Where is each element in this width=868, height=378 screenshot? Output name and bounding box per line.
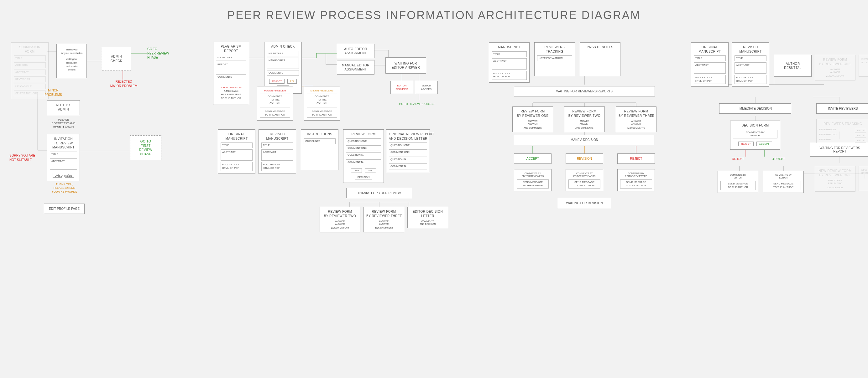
revision-send-message-button[interactable]: SEND MESSAGE TO THE AUTHOR xyxy=(568,180,600,189)
review-one-button[interactable]: ONE xyxy=(351,168,362,173)
instructions-box: INSTRUCTIONS GUIDELINES xyxy=(301,129,338,170)
editor-decision-letter-box: EDITOR DECISION LETTER COMMENTS AND DECI… xyxy=(407,207,448,228)
make-decision-bar: MAKE A DECISION xyxy=(514,135,655,145)
goto-peer-review-label: GO TO PEER REVIEW PHASE xyxy=(147,47,176,60)
goto-first-review-dashed: GO TO FIRST REVIEW PHASE xyxy=(130,135,161,160)
immediate-decision-bar: IMMEDIATE DECISION xyxy=(719,103,791,114)
comments-editor-reject-box: COMMENTS BY EDITOR SEND MESSAGE TO THE A… xyxy=(718,171,758,193)
invite-r2-button[interactable]: INVITE xyxy=(855,134,866,137)
minor-problems-box: MINOR PROBLEMS COMMENTS TO THE AUTHOR SE… xyxy=(304,86,340,121)
admin-reject-button[interactable]: REJECT xyxy=(269,79,284,84)
minor-send-message-button[interactable]: SEND MESSAGE TO THE AUTHOR xyxy=(307,109,337,118)
manual-editor-box: MANUAL EDITOR ASSIGNMENT xyxy=(337,60,374,74)
review-form-r2-box: REVIEW FORM BY REVIEWER TWO ANSWER ANSWE… xyxy=(320,207,360,232)
waiting-reports-bar: WAITING FOR REVIEWERS REPORTS xyxy=(514,86,655,96)
new-rf1-box: NEW REVIEW FORM BY REVIEWER ONE REPLAY O… xyxy=(815,166,856,192)
reviewers-tracking-box: REVIEWERS TRACKING NOTE FOR AUTHOR xyxy=(534,42,575,76)
comments-er-reject-box: COMMENTS BY EDITOR/REVIEWERS SEND MESSAG… xyxy=(617,169,655,191)
accept-label: ACCEPT xyxy=(769,157,788,162)
accept-send-message-button[interactable]: SEND MESSAGE TO THE AUTHOR xyxy=(517,180,549,189)
reject-label: REJECT xyxy=(728,157,747,162)
comments-editor-accept-box: COMMENTS BY EDITOR SEND MESSAGE TO THE A… xyxy=(763,171,804,193)
original-review-report-box: ORIGINAL REVIEW REPORT AND DECISION LETT… xyxy=(386,129,430,172)
review-two-button[interactable]: TWO xyxy=(365,168,376,173)
author-rebuttal-box: AUTHOR REBUTTAL xyxy=(774,55,812,77)
editor-declined-box: EDITOR DECLINED xyxy=(391,81,413,94)
waiting-reports2-bar: WAITING FOR REVIEWERS REPORT xyxy=(810,143,868,157)
rejected-major-label: REJECTEDMAJOR PROBLEM xyxy=(108,80,140,88)
invite-reviewers-bar: INVITE REVIEWERS xyxy=(816,103,868,114)
review-r2-faint-box: REVIEW FORM BY REVIEWER TWO xyxy=(859,55,868,77)
comments-er-accept-box: COMMENTS BY EDITOR/REVIEWERS SEND MESSAG… xyxy=(514,169,552,191)
waiting-revision-bar: WAITING FOR REVISION xyxy=(558,198,611,208)
unsuitable-label: UNSUITABLE xyxy=(49,174,78,178)
auto-editor-box: AUTO EDITOR ASSIGNMENT xyxy=(337,44,374,58)
revised-manuscript-box: REVISED MANUSCRIPT TITLE ABSTRACT FULL A… xyxy=(258,129,296,174)
decision-accept-button[interactable]: ACCEPT xyxy=(756,141,772,146)
private-notes-box: PRIVATE NOTES xyxy=(580,42,620,76)
major-send-message-button[interactable]: SEND MESSAGE TO THE AUTHOR xyxy=(260,109,290,118)
review-decision-button[interactable]: DECISION xyxy=(355,175,373,180)
admin-fix-button[interactable]: FIX xyxy=(287,79,297,84)
invite-r1-button[interactable]: INVITE xyxy=(855,129,866,132)
comments-er-revision-box: COMMENTS BY EDITOR/REVIEWERS SEND MESSAG… xyxy=(566,169,603,191)
reject-box[interactable]: REJECT xyxy=(617,153,655,164)
review-form-r3-box: REVIEW FORM BY REVIEWER THREE ANSWER ANS… xyxy=(364,207,404,232)
original-manuscript-box: ORIGINAL MANUSCRIPT TITLE ABSTRACT FULL … xyxy=(218,129,255,174)
diagram-title: PEER REVIEW PROCESS INFORMATION ARCHITEC… xyxy=(0,9,868,22)
review-form-box: REVIEW FORM QUESTION ONE COMMENT ONE QUE… xyxy=(343,129,384,183)
thank-you-submission-box: Thank you for your submission waiting fo… xyxy=(56,44,87,78)
rf3-box: REVIEW FORM BY REVIEWER THREE ANSWER ANS… xyxy=(616,106,656,132)
goto-review-process-label: GO TO REVIEW PROCESS xyxy=(392,102,442,106)
edit-profile-page-box: EDIT PROFILE PAGE xyxy=(44,203,85,214)
reject-send-message-button[interactable]: SEND MESSAGE TO THE AUTHOR xyxy=(620,180,652,189)
rf1-box: REVIEW FORM BY REVIEWER ONE ANSWER ANSWE… xyxy=(512,106,553,132)
original-manuscript-right-box: ORIGINAL MANUSCRIPT TITLE ABSTRACT FULL … xyxy=(691,42,728,87)
review-r1-faint-box: REVIEW FORM BY REVIEWER ONE ANSWER ANSWE… xyxy=(815,55,856,81)
job-plagiarized-box: JOB PLAGIARIZED A MESSAGE HAS BEEN SENT … xyxy=(213,83,249,105)
minor-problems-label: MINOR PROBLEMS xyxy=(42,88,64,97)
editor-accept-send-button[interactable]: SEND MESSAGE TO THE AUTHOR xyxy=(766,181,801,190)
editor-agreed-box: EDITOR AGREED xyxy=(415,81,438,94)
waiting-editor-box: WAITING FOR EDITOR ANSWER xyxy=(385,57,426,73)
decision-form-box: DECISION FORM COMMENTS BY EDITOR REJECT … xyxy=(730,121,780,150)
major-problem-box: MAJOR PROBLEM COMMENTS TO THE AUTHOR SEN… xyxy=(257,86,293,121)
thanks-review-bar: THANKS FOR YOUR REVIEW xyxy=(346,188,412,198)
amend-keywords-label: THANK YOU, PLEASE AMEND YOUR KEYWORDS xyxy=(50,182,79,193)
note-by-admin-box: NOTE BY ADMIN xyxy=(47,100,80,115)
revised-manuscript-right-box: REVISED MANUSCRIPT TITLE ABSTRACT FULL A… xyxy=(732,42,769,87)
accept-box[interactable]: ACCEPT xyxy=(514,153,552,164)
please-correct-label: PLEASE CORRECT IT AND SEND IT AGAIN xyxy=(47,118,80,129)
invite-r3-button[interactable]: INVITE xyxy=(855,139,866,143)
manuscript-box: MANUSCRIPT TITLE ABSTRACT FULL ARTICLE H… xyxy=(489,42,530,83)
new-rf2-box: NEW REVIEW FORM BY REVIEWER TWO xyxy=(859,166,868,191)
revision-box[interactable]: REVISION xyxy=(566,153,603,164)
admin-check-dashed: ADMIN CHECK xyxy=(102,47,131,70)
rf2-box: REVIEW FORM BY REVIEWER TWO ANSWER ANSWE… xyxy=(564,106,605,132)
decision-reject-button[interactable]: REJECT xyxy=(738,141,754,146)
sorry-unsuitable-label: SORRY YOU ARE NOT SUITABLE xyxy=(9,153,44,162)
reviewers-tracking2-box: REVIEWERS TRACKING REVIEWER ONEINVITE RE… xyxy=(816,119,868,146)
editor-reject-send-button[interactable]: SEND MESSAGE TO THE AUTHOR xyxy=(720,181,755,190)
